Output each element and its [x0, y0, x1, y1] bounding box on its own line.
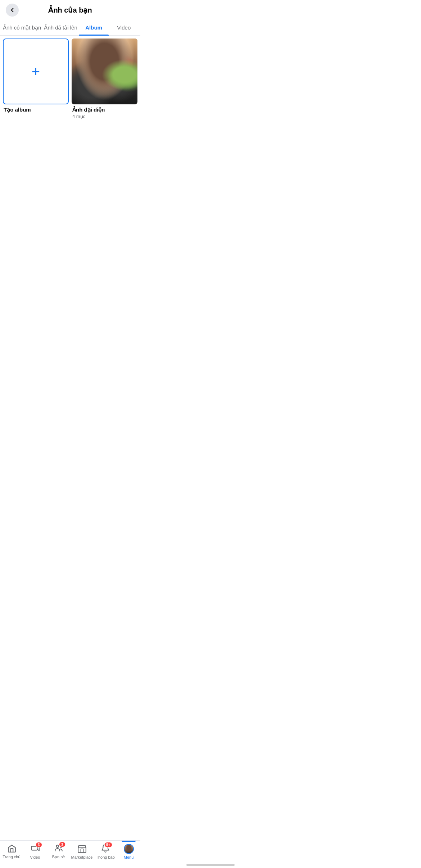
tab-uploaded[interactable]: Ảnh đã tải lên [42, 20, 78, 35]
tab-photos-of-you[interactable]: Ảnh có mặt bạn [1, 20, 42, 35]
header: Ảnh của bạn [0, 0, 140, 20]
avatar-album-card[interactable]: Ảnh đại diện 4 mục [72, 39, 137, 121]
create-album-info: Tạo album [3, 104, 69, 114]
albums-grid: + Tạo album Ảnh đại diện 4 mục [0, 36, 140, 123]
avatar-album-info: Ảnh đại diện 4 mục [72, 104, 137, 121]
tabs-bar: Ảnh có mặt bạn Ảnh đã tải lên Album Vide… [0, 20, 140, 36]
avatar-album-thumb [72, 39, 137, 104]
back-button[interactable] [6, 4, 19, 17]
avatar-photo-bg [72, 39, 137, 104]
tab-albums[interactable]: Album [79, 20, 109, 35]
page-title: Ảnh của bạn [48, 6, 92, 14]
create-album-thumb: + [3, 39, 69, 104]
create-album-card[interactable]: + Tạo album [3, 39, 69, 121]
avatar-photo [72, 39, 137, 104]
plus-icon: + [32, 64, 40, 79]
create-album-name: Tạo album [4, 107, 68, 113]
avatar-album-count: 4 mục [72, 114, 137, 119]
tab-video[interactable]: Video [109, 20, 139, 35]
avatar-album-name: Ảnh đại diện [72, 107, 137, 113]
